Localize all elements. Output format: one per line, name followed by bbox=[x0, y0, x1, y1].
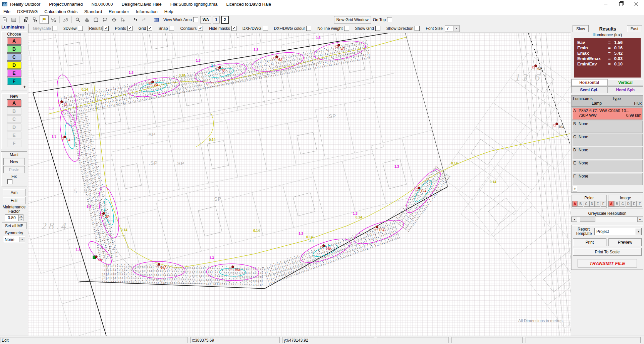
undo-button[interactable] bbox=[131, 16, 139, 23]
chevron-down-icon[interactable]: ▼ bbox=[19, 237, 25, 242]
preview-button[interactable]: Preview bbox=[608, 238, 642, 246]
scroll-left-icon[interactable]: ◄ bbox=[572, 217, 577, 222]
report-template-select[interactable]: Project ▼ bbox=[594, 228, 642, 235]
map-canvas[interactable]: + + + + + + + + + + + + + + + + + + + + … bbox=[28, 33, 571, 336]
image-letter-e[interactable]: E bbox=[631, 201, 637, 207]
direction-hemi-sph-button[interactable]: Hemi Sph bbox=[607, 86, 643, 93]
polar-letter-b[interactable]: B bbox=[578, 201, 583, 207]
image-letter-b[interactable]: B bbox=[614, 201, 620, 207]
direction-horizontal-button[interactable]: Horizontal bbox=[571, 79, 607, 86]
grid-table-button[interactable] bbox=[9, 16, 18, 23]
zoom-window-button[interactable] bbox=[92, 16, 100, 23]
maintenance-factor-value[interactable]: 0.80 bbox=[5, 214, 19, 221]
option-checkbox[interactable] bbox=[375, 26, 380, 31]
polar-letter-f[interactable]: F bbox=[601, 201, 606, 207]
choose-luminaire-f[interactable]: F bbox=[7, 78, 21, 85]
choose-add-button[interactable]: + bbox=[1, 84, 27, 89]
slow-button[interactable]: Slow bbox=[573, 25, 589, 32]
option-checkbox[interactable] bbox=[169, 26, 174, 31]
target-button[interactable] bbox=[110, 16, 118, 23]
choose-luminaire-a[interactable]: A bbox=[7, 37, 21, 45]
choose-luminaire-b[interactable]: B bbox=[7, 45, 21, 53]
luminaire-row-f[interactable]: FNone bbox=[572, 173, 643, 185]
scrollbar-thumb[interactable] bbox=[580, 217, 595, 222]
set-all-mf-button[interactable]: Set all MF bbox=[2, 222, 26, 229]
copy-luminaire-button[interactable] bbox=[21, 16, 30, 23]
symmetry-select[interactable]: None ▼ bbox=[3, 236, 25, 243]
luminaire-row-d[interactable]: DNone bbox=[572, 147, 643, 159]
new-luminaire-a[interactable]: A bbox=[7, 99, 21, 107]
wa-button[interactable]: WA bbox=[200, 16, 211, 23]
chevron-down-icon[interactable]: ▼ bbox=[636, 229, 641, 235]
new-grid-window-button[interactable]: New Grid Window bbox=[334, 16, 371, 23]
option-checkbox[interactable]: ✓ bbox=[198, 26, 203, 31]
luminaire-row-e[interactable]: ENone bbox=[572, 160, 643, 172]
menu-item-file[interactable]: File bbox=[0, 8, 14, 15]
luminaire-row-b[interactable]: BNone bbox=[572, 120, 643, 133]
option-checkbox[interactable] bbox=[344, 26, 349, 31]
fix-checkbox[interactable] bbox=[7, 179, 12, 184]
scroll-right-icon[interactable]: ► bbox=[637, 217, 643, 222]
option-checkbox[interactable] bbox=[415, 26, 420, 31]
choose-luminaire-d[interactable]: D bbox=[7, 61, 21, 69]
edit-button[interactable]: Edit bbox=[3, 197, 25, 204]
flag-tool-button[interactable] bbox=[40, 15, 49, 24]
image-letter-d[interactable]: D bbox=[626, 201, 631, 207]
lasso-button[interactable] bbox=[101, 16, 109, 23]
new-luminaire-button[interactable] bbox=[31, 16, 39, 23]
menu-item-dxf-dwg[interactable]: DXF/DWG bbox=[14, 8, 41, 15]
pointer-button[interactable] bbox=[119, 16, 127, 23]
menu-item-renumber[interactable]: Renumber bbox=[105, 8, 132, 15]
spinner-up-icon[interactable]: ▲ bbox=[19, 214, 23, 218]
zoom-button[interactable] bbox=[73, 16, 82, 23]
print-to-scale-button[interactable]: Print To Scale bbox=[573, 248, 642, 256]
percent-aim-button[interactable] bbox=[49, 16, 58, 23]
aim-button[interactable]: Aim bbox=[3, 189, 25, 196]
grid-1-button[interactable]: 1 bbox=[213, 16, 220, 23]
add-luminaire-button[interactable]: + bbox=[573, 186, 577, 192]
option-checkbox[interactable] bbox=[263, 26, 268, 31]
minimize-button[interactable] bbox=[598, 0, 613, 8]
option-checkbox[interactable] bbox=[306, 26, 311, 31]
grid-2-button[interactable]: 2 bbox=[221, 16, 229, 24]
choose-luminaire-c[interactable]: C bbox=[7, 53, 21, 61]
results-table-button[interactable] bbox=[152, 16, 160, 23]
image-letter-c[interactable]: C bbox=[620, 201, 625, 207]
view-work-area-checkbox[interactable] bbox=[193, 17, 198, 22]
contours-button[interactable] bbox=[61, 16, 70, 23]
menu-item-calculation-grids[interactable]: Calculation Grids bbox=[41, 8, 81, 15]
direction-semi-cyl--button[interactable]: Semi Cyl. bbox=[571, 86, 607, 93]
menu-item-help[interactable]: Help bbox=[161, 8, 177, 15]
option-checkbox[interactable] bbox=[78, 26, 83, 31]
menu-item-information[interactable]: Information bbox=[132, 8, 161, 15]
polar-letter-e[interactable]: E bbox=[595, 201, 600, 207]
luminaire-marker-10a[interactable]: 10A bbox=[554, 123, 565, 129]
spinner-down-icon[interactable]: ▼ bbox=[19, 218, 23, 221]
option-checkbox[interactable]: ✓ bbox=[127, 26, 132, 31]
direction-vertical-button[interactable]: Vertical bbox=[607, 79, 643, 86]
polar-letter-d[interactable]: D bbox=[589, 201, 595, 207]
luminaire-row-c[interactable]: CNone bbox=[572, 134, 643, 146]
menu-item-standard[interactable]: Standard bbox=[81, 8, 105, 15]
restore-button[interactable] bbox=[613, 0, 629, 8]
greyscale-resolution-scrollbar[interactable]: ◄ ► bbox=[571, 216, 643, 222]
mast-new-button[interactable]: New bbox=[3, 158, 25, 165]
image-letter-f[interactable]: F bbox=[637, 201, 642, 207]
close-button[interactable] bbox=[629, 0, 644, 8]
option-checkbox[interactable]: ✓ bbox=[231, 26, 236, 31]
polar-letter-a[interactable]: A bbox=[572, 201, 578, 207]
option-checkbox[interactable] bbox=[52, 26, 57, 31]
transmit-file-button[interactable]: TRANSMIT FILE bbox=[578, 259, 637, 267]
option-checkbox[interactable]: ✓ bbox=[104, 26, 109, 31]
font-size-select[interactable]: 7▼ bbox=[445, 25, 460, 32]
pan-button[interactable] bbox=[83, 16, 91, 23]
choose-luminaire-e[interactable]: E bbox=[7, 69, 21, 77]
on-top-checkbox[interactable] bbox=[387, 17, 392, 22]
redo-button[interactable] bbox=[140, 16, 148, 23]
new-document-button[interactable] bbox=[0, 16, 9, 23]
image-letter-a[interactable]: A bbox=[608, 201, 614, 207]
maintenance-factor-stepper[interactable]: 0.80 ▲ ▼ bbox=[5, 214, 23, 221]
fast-button[interactable]: Fast bbox=[627, 25, 642, 32]
option-checkbox[interactable]: ✓ bbox=[147, 26, 152, 31]
luminaire-row-a[interactable]: AP852-6-C1-WW-C0450-10...730P WW0.99 klm bbox=[572, 107, 643, 120]
